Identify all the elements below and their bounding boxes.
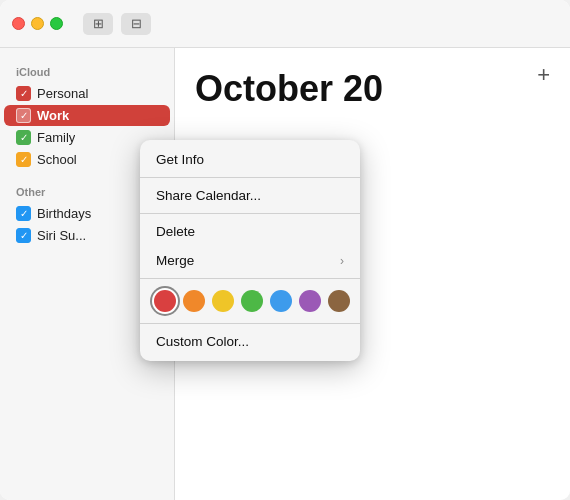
inbox-icon[interactable]: ⊟ [121,13,151,35]
maximize-button[interactable] [50,17,63,30]
sidebar-item-label-birthdays: Birthdays [37,206,91,221]
grid-icon[interactable]: ⊞ [83,13,113,35]
close-button[interactable] [12,17,25,30]
menu-item-get-info-label: Get Info [156,152,204,167]
minimize-button[interactable] [31,17,44,30]
swatch-red[interactable] [154,290,176,312]
sidebar-item-label-personal: Personal [37,86,88,101]
traffic-lights [12,17,63,30]
sidebar-section-icloud: iCloud [0,60,174,82]
menu-item-custom-color-label: Custom Color... [156,334,249,349]
checkbox-work[interactable]: ✓ [16,108,31,123]
color-swatches [140,282,360,320]
menu-item-custom-color[interactable]: Custom Color... [140,327,360,356]
calendar-month-title: October 20 [195,68,383,110]
menu-separator-1 [140,177,360,178]
menu-separator-3 [140,278,360,279]
menu-item-share-calendar[interactable]: Share Calendar... [140,181,360,210]
context-menu: Get Info Share Calendar... Delete Merge … [140,140,360,361]
menu-separator-4 [140,323,360,324]
checkbox-personal[interactable]: ✓ [16,86,31,101]
menu-item-share-label: Share Calendar... [156,188,261,203]
menu-item-delete[interactable]: Delete [140,217,360,246]
menu-item-merge-label: Merge [156,253,194,268]
sidebar-item-label-school: School [37,152,77,167]
title-bar-icons: ⊞ ⊟ [83,13,151,35]
swatch-brown[interactable] [328,290,350,312]
sidebar-item-work[interactable]: ✓ Work [4,105,170,126]
swatch-green[interactable] [241,290,263,312]
checkbox-family[interactable]: ✓ [16,130,31,145]
sidebar-item-label-work: Work [37,108,69,123]
checkbox-school[interactable]: ✓ [16,152,31,167]
merge-arrow-icon: › [340,254,344,268]
add-event-button[interactable]: + [537,62,550,88]
sidebar-item-label-siri: Siri Su... [37,228,86,243]
menu-item-merge[interactable]: Merge › [140,246,360,275]
sidebar-item-personal[interactable]: ✓ Personal [4,83,170,104]
checkbox-siri[interactable]: ✓ [16,228,31,243]
menu-item-get-info[interactable]: Get Info [140,145,360,174]
swatch-purple[interactable] [299,290,321,312]
title-bar: ⊞ ⊟ [0,0,570,48]
swatch-yellow[interactable] [212,290,234,312]
sidebar-item-label-family: Family [37,130,75,145]
calendar-header: October 20 [175,48,570,120]
checkbox-birthdays[interactable]: ✓ [16,206,31,221]
swatch-orange[interactable] [183,290,205,312]
swatch-blue[interactable] [270,290,292,312]
menu-separator-2 [140,213,360,214]
menu-item-delete-label: Delete [156,224,195,239]
app-window: ⊞ ⊟ iCloud ✓ Personal ✓ Work ✓ Family [0,0,570,500]
